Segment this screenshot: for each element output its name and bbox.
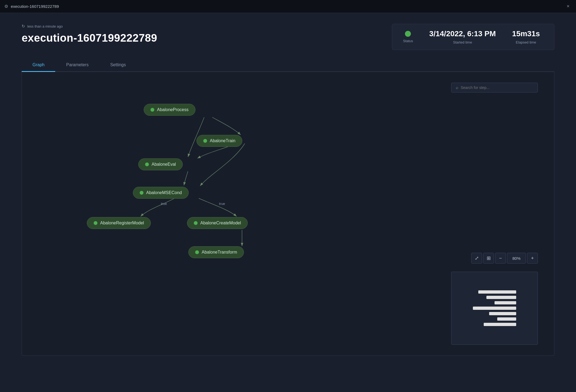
status-card: Status 3/14/2022, 6:13 PM Started time 1… [392,24,554,50]
zoom-in-button[interactable]: + [527,253,538,264]
node-label: AbaloneTransform [202,250,237,255]
search-box: ⌕ [451,83,538,92]
node-label: AbaloneEval [152,162,176,167]
node-dot [94,221,97,225]
zoom-controls: ⤢ ⊞ − 80% + [471,253,538,264]
status-label: Status [403,39,413,43]
node-abalone-msecond[interactable]: AbaloneMSECond [133,187,189,199]
title-section: ↻ less than a minute ago execution-16071… [22,24,157,44]
zoom-out-button[interactable]: − [495,253,506,264]
node-abalone-register-model[interactable]: AbaloneRegisterModel [87,217,151,229]
graph-area: ⌕ true true [22,72,554,356]
tab-parameters[interactable]: Parameters [55,59,99,71]
minimap [451,272,538,345]
minimap-bar [495,301,516,304]
node-label: AbaloneCreateModel [200,221,241,225]
node-dot [150,108,154,112]
svg-text:true: true [161,202,167,206]
toggle-view-button[interactable]: ⊞ [483,253,494,264]
title-bar-text: execution-1607199222789 [11,4,564,9]
node-abalone-process[interactable]: AbaloneProcess [144,104,195,116]
elapsed-time-label: Elapsed time [516,40,536,44]
node-abalone-create-model[interactable]: AbaloneCreateModel [187,217,248,229]
elapsed-time-value: 15m31s [512,29,540,38]
status-item-started: 3/14/2022, 6:13 PM Started time [429,29,496,44]
node-dot [145,162,149,166]
svg-text:true: true [219,202,225,206]
node-label: AbaloneProcess [157,107,189,112]
node-abalone-train[interactable]: AbaloneTrain [197,135,242,147]
node-label: AbaloneRegisterModel [100,221,144,225]
tab-graph[interactable]: Graph [22,59,55,72]
node-dot [140,191,143,195]
minimap-bars [473,290,516,326]
status-item-elapsed: 15m31s Elapsed time [512,29,540,44]
app-icon: ⚙ [4,4,8,9]
started-time-value: 3/14/2022, 6:13 PM [429,29,496,38]
started-time-label: Started time [453,40,472,44]
node-dot [194,221,198,225]
minimap-bar [497,317,516,321]
status-dot-green [405,31,411,37]
page-title: execution-1607199222789 [22,32,157,44]
minimap-bar [478,290,516,294]
close-button[interactable]: × [564,2,572,10]
fit-view-button[interactable]: ⤢ [471,253,482,264]
node-dot [203,139,207,143]
node-label: AbaloneMSECond [146,190,182,195]
minimap-bar [486,296,516,299]
node-abalone-eval[interactable]: AbaloneEval [138,158,183,170]
search-icon: ⌕ [456,85,459,90]
refresh-row: ↻ less than a minute ago [22,24,157,29]
minimap-bar [484,323,516,326]
refresh-icon[interactable]: ↻ [22,24,25,29]
title-bar: ⚙ execution-1607199222789 × [0,0,576,13]
node-abalone-transform[interactable]: AbaloneTransform [188,246,244,258]
search-input[interactable] [461,85,533,90]
minimap-bar [489,312,516,315]
zoom-level: 80% [507,253,526,264]
node-dot [195,250,199,254]
header-row: ↻ less than a minute ago execution-16071… [22,24,554,50]
tab-settings[interactable]: Settings [99,59,137,71]
minimap-bar [473,307,516,310]
tabs-row: Graph Parameters Settings [22,59,554,72]
status-value [405,31,411,37]
node-label: AbaloneTrain [210,138,235,143]
main-content: ↻ less than a minute ago execution-16071… [0,13,576,356]
refresh-label: less than a minute ago [27,24,63,28]
status-item-status: Status [403,31,413,43]
